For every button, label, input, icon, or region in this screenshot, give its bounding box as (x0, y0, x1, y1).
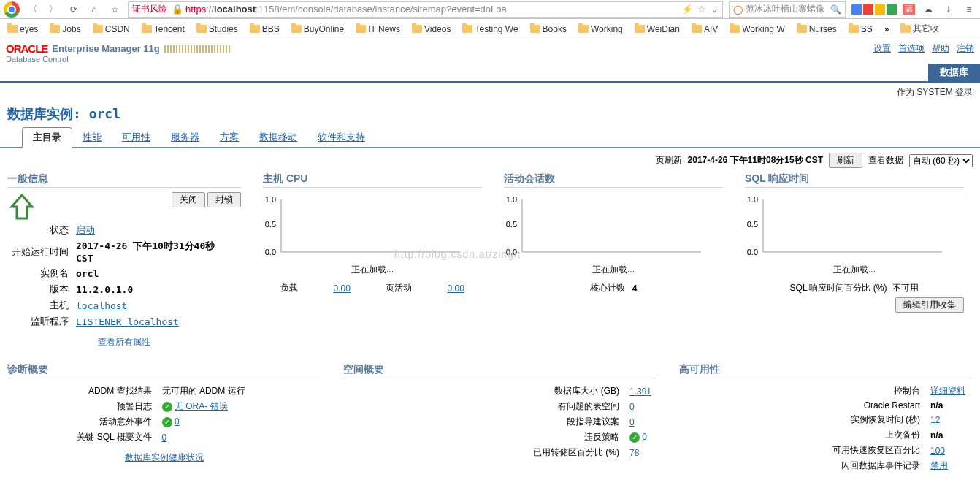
tab-datamove[interactable]: 数据移动 (249, 128, 307, 147)
refresh-interval-select[interactable]: 自动 (60 秒) (909, 154, 973, 167)
bookmark-star-icon[interactable]: ☆ (697, 4, 706, 15)
db-health-link[interactable]: 数据库实例健康状况 (125, 452, 204, 462)
bookmark-overflow-icon[interactable]: » (884, 24, 889, 34)
folder-icon (849, 25, 859, 33)
bookmark-item[interactable]: WeiDian (635, 24, 680, 34)
ext-icon-3[interactable] (875, 4, 885, 15)
fra-pct-link[interactable]: 100 (930, 446, 945, 456)
tab-server[interactable]: 服务器 (161, 128, 210, 147)
load-value[interactable]: 0.00 (333, 283, 350, 294)
home-icon[interactable]: ⌂ (87, 2, 102, 17)
seg-advisor-link[interactable]: 0 (629, 417, 635, 427)
tab-home[interactable]: 主目录 (22, 127, 72, 148)
reload-icon[interactable]: ⟳ (66, 2, 81, 17)
star-icon[interactable]: ☆ (107, 2, 122, 17)
recovery-time-link[interactable]: 12 (930, 415, 940, 425)
chevron-down-icon[interactable]: ⌄ (711, 4, 719, 15)
tab-availability[interactable]: 可用性 (112, 128, 161, 147)
svg-text:0.5: 0.5 (265, 220, 276, 229)
general-info-panel: 一般信息 关闭 封锁 状态启动 开始运行时间2017-4-26 下午10时31分… (7, 172, 241, 348)
forward-icon[interactable]: 〉 (46, 2, 61, 17)
bookmark-item[interactable]: SS (849, 24, 873, 34)
host-link[interactable]: localhost (76, 300, 127, 311)
refresh-button[interactable]: 刷新 (829, 153, 862, 168)
status-link[interactable]: 启动 (76, 224, 95, 235)
bookmark-item[interactable]: Videos (412, 24, 451, 34)
tab-software[interactable]: 软件和支持 (307, 128, 375, 147)
bookmark-item[interactable]: BuyOnline (291, 24, 344, 34)
lightning-icon[interactable]: ⚡ (681, 4, 693, 15)
url-bar[interactable]: 证书风险 🔒 https://localhost:1158/em/console… (128, 1, 723, 18)
link-help[interactable]: 帮助 (932, 42, 949, 55)
sql-pct-label: SQL 响应时间百分比 (%) (790, 282, 887, 294)
view-all-props-link[interactable]: 查看所有属性 (98, 337, 150, 347)
sql-chart: 1.0 0.5 0.0 (745, 192, 949, 258)
edit-collection-button[interactable]: 编辑引用收集 (895, 297, 964, 313)
stripes-decoration (164, 45, 230, 53)
link-settings[interactable]: 设置 (873, 42, 891, 55)
bookmark-item[interactable]: Nurses (797, 24, 837, 34)
bookmark-item[interactable]: Jobs (50, 24, 80, 34)
bookmark-item[interactable]: Tencent (142, 24, 185, 34)
link-preferences[interactable]: 首选项 (898, 42, 925, 55)
dump-pct-link[interactable]: 78 (629, 448, 639, 458)
load-label: 负载 (280, 282, 298, 294)
db-size-link[interactable]: 1.391 (629, 386, 651, 397)
host-cpu-panel: 主机 CPU 1.0 0.5 0.0 正在加载... 负载 0.00 页活动 0… (263, 172, 482, 348)
chrome-logo-icon (4, 1, 20, 18)
policy-link[interactable]: 0 (642, 432, 647, 442)
problem-ts-link[interactable]: 0 (629, 402, 635, 412)
link-logout[interactable]: 注销 (957, 42, 974, 55)
check-icon: ✓ (162, 417, 172, 427)
check-icon: ✓ (629, 432, 640, 443)
host-cpu-chart: 1.0 0.5 0.0 (263, 192, 467, 258)
bookmark-item[interactable]: Working (578, 24, 623, 34)
oracle-logo: ORACLE (6, 42, 47, 55)
svg-text:0.5: 0.5 (506, 220, 517, 229)
folder-icon (356, 25, 366, 33)
sql-profiles-link[interactable]: 0 (162, 432, 167, 443)
bookmark-item[interactable]: Books (530, 24, 567, 34)
ext-icon-4[interactable] (887, 4, 897, 15)
ha-panel: 高可用性 控制台详细资料 Oracle Restartn/a 实例恢复时间 (秒… (679, 363, 971, 474)
ext-icon-2[interactable] (863, 4, 873, 15)
ticket-icon[interactable]: 票 (903, 4, 915, 15)
bookmark-item[interactable]: 其它收 (900, 23, 939, 35)
bookmark-item[interactable]: Studies (196, 24, 238, 34)
url-sep: :// (206, 4, 214, 15)
incidents-link[interactable]: 0 (175, 416, 180, 427)
bookmark-item[interactable]: AIV (692, 24, 718, 34)
alert-log-link[interactable]: 无 ORA- 错误 (175, 401, 228, 411)
search-icon[interactable]: 🔍 (830, 4, 841, 15)
bookmark-item[interactable]: BBS (250, 24, 280, 34)
tab-schema[interactable]: 方案 (210, 128, 249, 147)
svg-text:1.0: 1.0 (506, 195, 517, 204)
folder-icon (196, 25, 207, 33)
refresh-label: 页刷新 (656, 154, 682, 167)
tab-performance[interactable]: 性能 (72, 128, 112, 147)
bookmark-item[interactable]: CSDN (93, 24, 130, 34)
menu-icon[interactable]: ≡ (962, 2, 976, 17)
bookmark-item[interactable]: Working W (730, 24, 784, 34)
sessions-panel: 活动会话数 1.0 0.5 0.0 正在加载... 核心计数 4 (504, 172, 723, 348)
space-title: 空间概要 (343, 363, 657, 378)
ha-console-link[interactable]: 详细资料 (930, 386, 965, 396)
flashback-link[interactable]: 禁用 (930, 460, 948, 470)
blackout-button[interactable]: 封锁 (207, 192, 241, 207)
back-icon[interactable]: 〈 (26, 2, 40, 17)
folder-icon (797, 25, 807, 33)
bookmark-item[interactable]: Testing We (462, 24, 518, 34)
bookmark-item[interactable]: eyes (7, 24, 38, 34)
database-tab[interactable]: 数据库 (928, 64, 980, 81)
page-activity-value[interactable]: 0.00 (447, 283, 464, 294)
folder-icon (462, 25, 472, 33)
cloud-icon[interactable]: ☁ (921, 2, 935, 17)
search-input[interactable]: ◯ 范冰冰吐槽山寨蜡像 🔍 (729, 1, 846, 18)
shutdown-button[interactable]: 关闭 (172, 192, 205, 207)
ext-icon-1[interactable] (851, 4, 862, 15)
download-icon[interactable]: ⤓ (941, 2, 956, 17)
listener-link[interactable]: LISTENER_localhost (76, 316, 179, 327)
bookmark-item[interactable]: IT News (356, 24, 400, 34)
extension-icons (851, 4, 897, 15)
sql-loading: 正在加载... (745, 264, 964, 276)
